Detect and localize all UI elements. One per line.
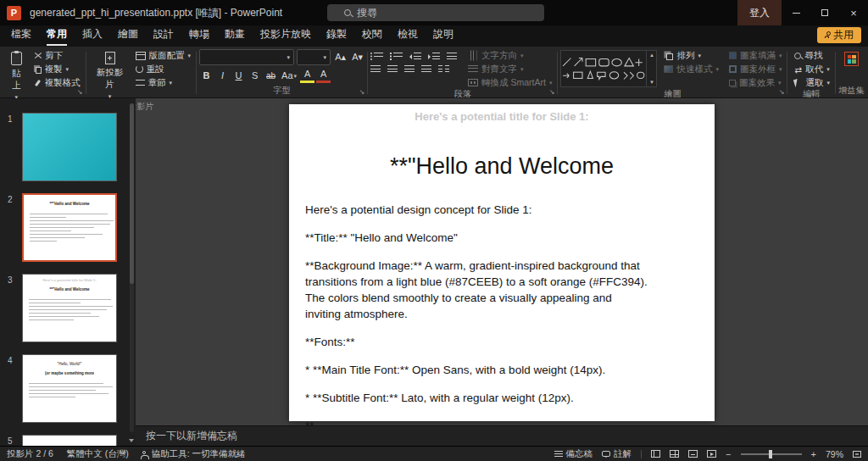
tab-home[interactable]: 常用: [39, 24, 75, 47]
shape-outline-button[interactable]: 圖案外框 ▾: [726, 63, 785, 75]
section-button[interactable]: 章節 ▾: [133, 76, 194, 89]
bullets-icon[interactable]: [370, 52, 383, 60]
shapes-gallery-scrollbar[interactable]: ▴ ▾: [646, 51, 656, 86]
zoom-in-button[interactable]: +: [811, 450, 816, 458]
zoom-slider[interactable]: [741, 453, 802, 455]
slide-paragraph[interactable]: **Title:** "Hello and Welcome": [305, 230, 648, 246]
language-button[interactable]: 繁體中文 (台灣): [67, 448, 129, 460]
slide-paragraph[interactable]: **: [305, 418, 648, 425]
convert-smartart-button[interactable]: 轉換成 SmartArt ▾: [465, 76, 554, 89]
replace-button[interactable]: ⇄ 取代 ▾: [792, 63, 832, 75]
italic-button[interactable]: I: [215, 68, 230, 83]
tab-insert[interactable]: 插入: [75, 24, 110, 47]
bold-button[interactable]: B: [199, 68, 214, 83]
columns-icon[interactable]: [438, 65, 449, 73]
slide-thumbnail-1[interactable]: [22, 113, 117, 181]
grow-font-button[interactable]: A▴: [333, 50, 348, 65]
search-box[interactable]: 搜尋: [327, 4, 544, 21]
layout-button[interactable]: 版面配置 ▾: [133, 49, 194, 62]
align-left-icon[interactable]: [370, 65, 381, 73]
paste-button[interactable]: 貼上 ▾: [3, 49, 30, 103]
addins-button[interactable]: [838, 49, 865, 69]
find-button[interactable]: 尋找: [792, 49, 832, 62]
zoom-slider-handle[interactable]: [769, 450, 772, 458]
shape-effects-button[interactable]: 圖案效果 ▾: [726, 76, 785, 89]
text-shadow-button[interactable]: S: [248, 68, 262, 83]
slide-paragraph[interactable]: * **Main Title Font:** Open Sans, with a…: [305, 362, 648, 378]
text-direction-button[interactable]: 文字方向 ▾: [465, 49, 554, 62]
comments-toggle-button[interactable]: 註解: [602, 448, 632, 460]
zoom-out-button[interactable]: −: [726, 450, 731, 458]
shapes-scroll-up-icon[interactable]: ▴: [650, 52, 654, 58]
highlight-color-button[interactable]: A: [300, 68, 314, 83]
share-button[interactable]: 共用: [817, 27, 861, 43]
tab-view[interactable]: 檢視: [390, 24, 426, 47]
reset-button[interactable]: 重設: [133, 63, 194, 75]
fit-to-window-icon[interactable]: [853, 451, 861, 458]
slide-title[interactable]: **"Hello and Welcome: [289, 153, 715, 180]
slide-editor[interactable]: Here's a potential title for Slide 1: **…: [289, 104, 715, 421]
drawing-dialog-launcher-icon[interactable]: ↘: [779, 89, 785, 96]
underline-button[interactable]: U: [231, 68, 246, 83]
shapes-scroll-down-icon[interactable]: ▾: [650, 79, 654, 86]
tab-file[interactable]: 檔案: [3, 24, 39, 47]
normal-view-icon[interactable]: [651, 450, 660, 458]
numbering-icon[interactable]: [390, 52, 403, 60]
reading-view-icon[interactable]: [688, 450, 698, 458]
slide-thumbnail-5[interactable]: [22, 435, 117, 446]
tab-review[interactable]: 校閱: [354, 24, 390, 47]
minimize-button[interactable]: [782, 0, 810, 25]
tab-design[interactable]: 設計: [146, 24, 181, 47]
slideshow-view-icon[interactable]: [707, 450, 716, 458]
quick-styles-button[interactable]: 快速樣式 ▾: [661, 63, 721, 75]
close-button[interactable]: ×: [839, 0, 868, 25]
font-dialog-launcher-icon[interactable]: ↘: [359, 89, 364, 96]
restore-button[interactable]: [810, 0, 839, 25]
shapes-gallery[interactable]: ▴ ▾: [560, 50, 657, 87]
slide-paragraph[interactable]: **Fonts:**: [305, 334, 648, 350]
tab-animations[interactable]: 動畫: [217, 24, 253, 47]
align-right-icon[interactable]: [404, 65, 415, 73]
format-painter-button[interactable]: 複製格式: [31, 76, 83, 89]
align-center-icon[interactable]: [387, 65, 398, 73]
paragraph-dialog-launcher-icon[interactable]: ↘: [549, 89, 555, 96]
slide-body-textbox[interactable]: Here's a potential design concept for Sl…: [305, 202, 648, 425]
accessibility-status[interactable]: 協助工具: 一切準備就緒: [142, 448, 246, 460]
change-case-button[interactable]: Aa ▾: [280, 68, 298, 83]
font-color-button[interactable]: A: [316, 68, 331, 83]
shape-fill-button[interactable]: 圖案填滿 ▾: [726, 49, 785, 62]
strikethrough-button[interactable]: ab: [264, 68, 278, 83]
slide-sorter-view-icon[interactable]: [670, 450, 679, 458]
arrange-button[interactable]: 排列 ▾: [661, 49, 721, 62]
clipboard-dialog-launcher-icon[interactable]: ↘: [77, 89, 83, 96]
tab-draw[interactable]: 繪圖: [110, 24, 146, 47]
notes-toggle-button[interactable]: 備忘稿: [554, 448, 593, 460]
shrink-font-button[interactable]: A▾: [350, 50, 364, 65]
thumbnail-scrollbar-thumb[interactable]: [130, 103, 134, 284]
slide-thumbnail-4[interactable]: "Hello, World!" (or maybe something more: [22, 354, 117, 423]
tab-transitions[interactable]: 轉場: [181, 24, 217, 47]
tab-help[interactable]: 說明: [426, 24, 461, 47]
line-spacing-icon[interactable]: [447, 53, 457, 60]
notes-pane[interactable]: 按一下以新增備忘稿: [136, 425, 868, 446]
signin-button[interactable]: 登入: [737, 0, 782, 25]
tab-record[interactable]: 錄製: [319, 24, 354, 47]
font-name-combobox[interactable]: ▾: [199, 49, 294, 65]
justify-icon[interactable]: [421, 65, 431, 73]
align-text-button[interactable]: 對齊文字 ▾: [465, 63, 554, 75]
increase-indent-icon[interactable]: [428, 53, 440, 60]
thumbnail-scroll-down-icon[interactable]: [129, 439, 134, 442]
font-size-combobox[interactable]: ▾: [297, 49, 331, 65]
decrease-indent-icon[interactable]: [409, 53, 421, 60]
copy-button[interactable]: 複製 ▾: [31, 63, 83, 75]
tab-slideshow[interactable]: 投影片放映: [253, 24, 319, 47]
zoom-level[interactable]: 79%: [826, 449, 843, 459]
slide-thumbnail-2[interactable]: **"Hello and Welcome: [22, 193, 117, 262]
slide-paragraph[interactable]: Here's a potential design concept for Sl…: [305, 202, 648, 218]
slide-paragraph[interactable]: **Background Image:** A warm, gradient-i…: [305, 258, 648, 322]
slide-ghost-title[interactable]: Here's a potential title for Slide 1:: [289, 110, 715, 123]
new-slide-button[interactable]: 新投影片 ▾: [89, 49, 131, 102]
cut-button[interactable]: 剪下: [31, 49, 83, 62]
slide-paragraph[interactable]: * **Subtitle Font:** Lato, with a regula…: [305, 390, 648, 406]
thumbnail-scrollbar[interactable]: [130, 103, 134, 432]
